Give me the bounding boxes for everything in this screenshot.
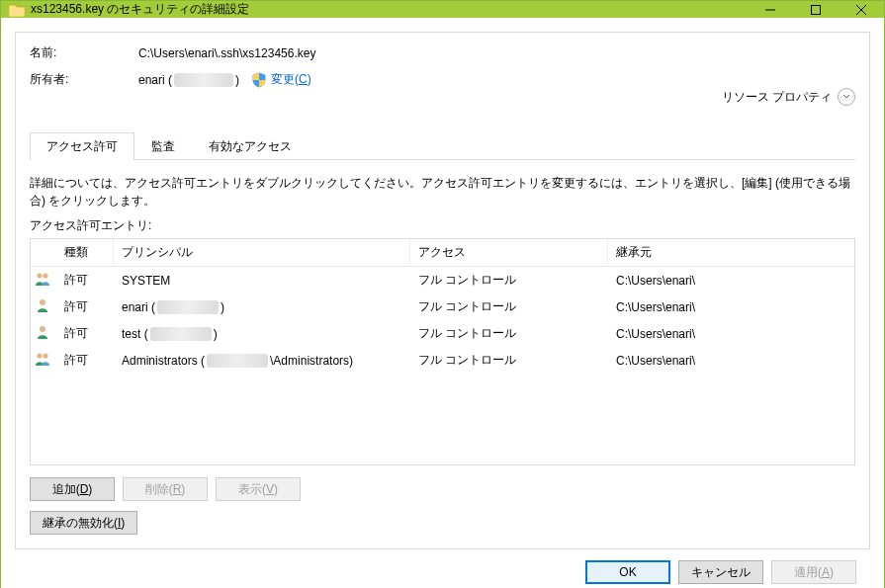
owner-label: 所有者: (30, 71, 138, 88)
col-principal[interactable]: プリンシパル (114, 239, 410, 266)
disable-inheritance-button[interactable]: 継承の無効化(I) (30, 511, 137, 535)
cell-access: フル コントロール (410, 323, 608, 344)
name-value: C:\Users\enari\.ssh\xs123456.key (138, 46, 315, 60)
owner-value: enari ( ) 変更(C) (138, 71, 311, 88)
group-icon (31, 349, 56, 372)
list-header: 種類 プリンシパル アクセス 継承元 (31, 239, 854, 267)
resource-properties-label: リソース プロパティ (722, 89, 832, 106)
name-row: 名前: C:\Users\enari\.ssh\xs123456.key (30, 44, 855, 61)
owner-redacted (174, 73, 233, 87)
owner-name-prefix: enari ( (138, 73, 172, 87)
instructions-text: 詳細については、アクセス許可エントリをダブルクリックしてください。アクセス許可エ… (30, 174, 855, 210)
advanced-security-window: xs123456.key のセキュリティの詳細設定 名前: C:\Users\e… (0, 0, 885, 588)
window-controls (748, 1, 884, 18)
tab-auditing[interactable]: 監査 (134, 132, 192, 160)
cell-principal: SYSTEM (114, 272, 410, 290)
cell-inherited: C:\Users\enari\ (608, 352, 854, 370)
cell-access: フル コントロール (410, 270, 608, 291)
close-button[interactable] (839, 1, 884, 18)
permission-entries-list[interactable]: 種類 プリンシパル アクセス 継承元 許可SYSTEMフル コントロールC:\U… (30, 238, 855, 465)
change-owner-mnemonic: C (299, 72, 308, 86)
name-label: 名前: (30, 44, 138, 61)
tab-bar: アクセス許可 監査 有効なアクセス (30, 131, 855, 160)
add-button[interactable]: 追加(D) (30, 477, 115, 501)
ok-button[interactable]: OK (585, 560, 670, 584)
window-title: xs123456.key のセキュリティの詳細設定 (31, 1, 748, 18)
cell-inherited: C:\Users\enari\ (608, 298, 854, 316)
redacted (157, 300, 219, 314)
cell-inherited: C:\Users\enari\ (608, 272, 854, 290)
col-access[interactable]: アクセス (410, 239, 608, 266)
user-icon (31, 322, 56, 345)
group-icon (31, 269, 56, 292)
tab-permissions[interactable]: アクセス許可 (30, 132, 134, 160)
maximize-button[interactable] (793, 1, 839, 18)
cancel-button[interactable]: キャンセル (678, 560, 763, 584)
owner-name-suffix: ) (235, 73, 239, 87)
cell-inherited: C:\Users\enari\ (608, 325, 854, 343)
cell-type: 許可 (56, 270, 114, 291)
entries-label: アクセス許可エントリ: (30, 217, 855, 234)
window-body: 名前: C:\Users\enari\.ssh\xs123456.key 所有者… (1, 18, 884, 588)
owner-row: 所有者: enari ( ) (30, 71, 855, 88)
inherit-button-row: 継承の無効化(I) (30, 511, 855, 535)
user-icon (31, 295, 56, 318)
view-button: 表示(V) (216, 477, 301, 501)
resource-properties-expander[interactable]: リソース プロパティ (722, 88, 855, 106)
table-row[interactable]: 許可SYSTEMフル コントロールC:\Users\enari\ (31, 267, 854, 294)
table-row[interactable]: 許可test ()フル コントロールC:\Users\enari\ (31, 320, 854, 347)
cell-type: 許可 (56, 296, 114, 317)
cell-type: 許可 (56, 350, 114, 371)
tab-effective-access[interactable]: 有効なアクセス (192, 132, 309, 160)
chevron-down-icon (838, 88, 855, 106)
cell-principal: test () (114, 325, 410, 343)
list-body: 許可SYSTEMフル コントロールC:\Users\enari\許可enari … (31, 267, 854, 374)
svg-rect-1 (812, 5, 821, 14)
remove-button: 削除(R) (123, 477, 208, 501)
cell-access: フル コントロール (410, 296, 608, 317)
change-owner-link[interactable]: 変更(C) (271, 71, 311, 88)
cell-principal: Administrators (\Administrators) (114, 352, 410, 370)
table-row[interactable]: 許可enari ()フル コントロールC:\Users\enari\ (31, 294, 854, 320)
folder-icon (9, 3, 25, 17)
col-icon[interactable] (31, 239, 56, 266)
col-inherited[interactable]: 継承元 (608, 239, 854, 266)
table-row[interactable]: 許可Administrators (\Administrators)フル コント… (31, 347, 854, 374)
change-owner-label: 変更 (271, 72, 295, 86)
cell-access: フル コントロール (410, 350, 608, 371)
entry-button-row: 追加(D) 削除(R) 表示(V) (30, 477, 855, 501)
minimize-button[interactable] (748, 1, 793, 18)
dialog-footer: OK キャンセル 適用(A) (15, 549, 870, 588)
apply-button: 適用(A) (771, 560, 856, 584)
col-type[interactable]: 種類 (56, 239, 114, 266)
title-bar: xs123456.key のセキュリティの詳細設定 (1, 1, 884, 18)
redacted (207, 354, 268, 368)
cell-principal: enari () (114, 298, 410, 316)
cell-type: 許可 (56, 323, 114, 344)
content-panel: 名前: C:\Users\enari\.ssh\xs123456.key 所有者… (15, 32, 870, 549)
redacted (150, 327, 212, 341)
shield-icon (251, 72, 267, 88)
